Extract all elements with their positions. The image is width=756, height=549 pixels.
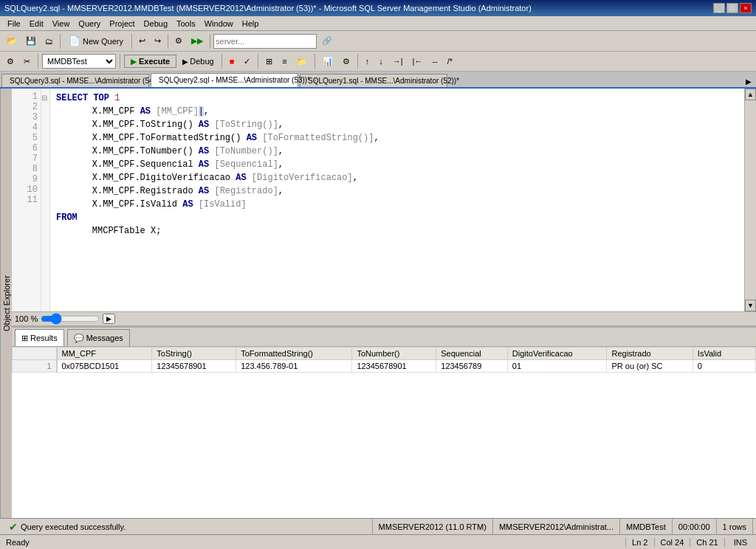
menu-window[interactable]: Window (200, 18, 238, 30)
open-file-button[interactable]: 📂 (3, 33, 21, 49)
code-line-6: X.MM_CPF.Sequencial AS [Sequencial], (56, 158, 738, 171)
code-line-7: X.MM_CPF.DigitoVerificacao AS [DigitoVer… (56, 171, 738, 184)
results-tab-grid[interactable]: ⊞ Results (15, 329, 64, 346)
zoom-slider[interactable] (41, 314, 100, 324)
properties-button[interactable]: ⚙ (171, 33, 186, 49)
comment-button[interactable]: -- (428, 53, 441, 69)
minimize-button[interactable]: _ (713, 3, 725, 13)
results-area: ⊞ Results 💬 Messages (12, 326, 756, 518)
debug-label: Debug (190, 57, 213, 66)
cell-registrado-1: PR ou (or) SC (607, 360, 693, 373)
stop-button[interactable]: ■ (226, 53, 238, 69)
query-options-button[interactable]: ⚙ (339, 53, 354, 69)
separator-6 (120, 54, 120, 69)
sort-desc-button[interactable]: ↓ (375, 53, 387, 69)
tab-query1-label: SQLQuery1.sql - MMSE...\Administrator (5… (308, 77, 459, 85)
object-explorer-label: Object Explorer (2, 275, 11, 331)
status-bar: ✔ Query executed successfully. MMSERVER2… (0, 518, 756, 534)
redo-button[interactable]: ↪ (151, 33, 165, 49)
separator-10 (357, 54, 358, 69)
results-to-text-button[interactable]: ≡ (278, 53, 290, 69)
status-rows-text: 1 rows (723, 522, 746, 531)
maximize-button[interactable]: □ (726, 3, 738, 13)
code-line-8: X.MM_CPF.Registrado AS [Registrado], (56, 184, 738, 198)
save-button[interactable]: 💾 (22, 33, 40, 49)
menu-debug[interactable]: Debug (140, 18, 172, 30)
status-server-text: MMSERVER2012 (11.0 RTM) (379, 522, 487, 531)
results-tabs: ⊞ Results 💬 Messages (12, 328, 756, 347)
server-dropdown[interactable] (213, 34, 317, 49)
separator-9 (315, 54, 315, 69)
execute-label: Execute (139, 57, 170, 66)
tab-query2-close[interactable]: × (313, 77, 317, 84)
scroll-down-button[interactable]: ▼ (745, 300, 756, 311)
table-header-row: MM_CPF ToString() ToFormattedString() To… (13, 348, 756, 360)
new-query-icon: 📄 (69, 35, 80, 46)
object-explorer-panel[interactable]: Object Explorer (0, 89, 12, 518)
editor-vscrollbar[interactable]: ▲ ▼ (744, 89, 756, 311)
ch-text: Ch 21 (696, 538, 718, 547)
code-line-1: SELECT TOP 1 (56, 92, 738, 105)
separator-3 (168, 34, 168, 49)
cell-digito-1: 01 (507, 360, 607, 373)
scroll-up-button[interactable]: ▲ (745, 89, 756, 100)
indent-button[interactable]: →| (389, 53, 407, 69)
check-syntax-button[interactable]: ✓ (240, 53, 254, 69)
results-to-file-button[interactable]: 📁 (293, 53, 311, 69)
status-db: MMDBTest (620, 519, 673, 534)
menu-query[interactable]: Query (74, 18, 105, 30)
new-query-label: New Query (83, 37, 123, 46)
close-button[interactable]: × (740, 3, 752, 13)
code-editor-container: 1 2 3 4 5 6 7 8 9 10 11 ⊟ (12, 89, 756, 311)
title-bar: SQLQuery2.sql - MMSERVER2012.MMDBTest (M… (0, 0, 756, 16)
database-selector[interactable]: MMDBTest (42, 54, 116, 69)
menu-file[interactable]: File (3, 18, 25, 30)
debug-icon: ▶ (182, 58, 188, 66)
undo-button[interactable]: ↩ (135, 33, 149, 49)
save-all-button[interactable]: 🗂 (41, 33, 57, 49)
tab-scroll-right[interactable]: ▶ (743, 76, 755, 87)
connect-button[interactable]: 🔗 (318, 33, 336, 49)
separator-8 (258, 54, 258, 69)
code-line-4: X.MM_CPF.ToFormattedString() AS [ToForma… (56, 131, 738, 145)
scroll-track (745, 100, 756, 300)
tab-bar: SQLQuery3.sql - MMSE...\Administrator (5… (0, 72, 756, 89)
results-to-grid-button[interactable]: ⊞ (262, 53, 276, 69)
col-header-digito: DigitoVerificacao (507, 348, 607, 360)
code-editor[interactable]: SELECT TOP 1 X.MM_CPF AS [MM_CPF]|, X.MM… (50, 89, 744, 311)
results-tab-messages[interactable]: 💬 Messages (67, 329, 130, 346)
messages-tab-label: Messages (86, 334, 123, 342)
col-header-registrado: Registrado (607, 348, 693, 360)
menu-project[interactable]: Project (105, 18, 139, 30)
menu-view[interactable]: View (48, 18, 75, 30)
new-query-button[interactable]: 📄 New Query (63, 33, 128, 49)
tab-query1[interactable]: SQLQuery1.sql - MMSE...\Administrator (5… (300, 74, 447, 87)
results-grid-icon: ⊞ (21, 334, 28, 343)
execute-button[interactable]: ▶ Execute (124, 55, 176, 68)
cell-toformatted-1: 123.456.789-01 (236, 360, 352, 373)
tab-query3[interactable]: SQLQuery3.sql - MMSE...\Administrator (5… (1, 74, 149, 87)
debug-button[interactable]: ▶ Debug (179, 53, 217, 69)
separator-4 (210, 34, 210, 49)
disconnect-button[interactable]: ✂ (20, 53, 34, 69)
menu-tools[interactable]: Tools (172, 18, 200, 30)
uncomment-button[interactable]: /* (444, 53, 456, 69)
sort-asc-button[interactable]: ↑ (362, 53, 374, 69)
status-user-text: MMSERVER2012\Administrat... (499, 522, 614, 531)
include-client-stats-button[interactable]: 📊 (319, 53, 337, 69)
menu-edit[interactable]: Edit (25, 18, 48, 30)
results-table: MM_CPF ToString() ToFormattedString() To… (12, 347, 756, 373)
ln-text: Ln 2 (632, 538, 647, 547)
cell-mm-cpf-1: 0x075BCD1501 (57, 360, 152, 373)
start-debug-button[interactable]: ▶▶ (188, 33, 207, 49)
tab-query2[interactable]: SQLQuery2.sql - MMSE...\Administrator (5… (151, 73, 298, 87)
tab-query3-label: SQLQuery3.sql - MMSE...\Administrator (5… (10, 77, 161, 85)
results-content[interactable]: MM_CPF ToString() ToFormattedString() To… (12, 347, 756, 518)
outdent-button[interactable]: |← (409, 53, 427, 69)
zoom-scroll-right[interactable]: ▶ (103, 314, 115, 324)
editor-results-container: Object Explorer 1 2 3 4 5 6 7 8 (0, 89, 756, 518)
menu-help[interactable]: Help (238, 18, 264, 30)
change-connection-button[interactable]: ⚙ (3, 53, 18, 69)
collapse-markers: ⊟ (41, 89, 50, 311)
collapse-marker-1[interactable]: ⊟ (41, 92, 49, 105)
